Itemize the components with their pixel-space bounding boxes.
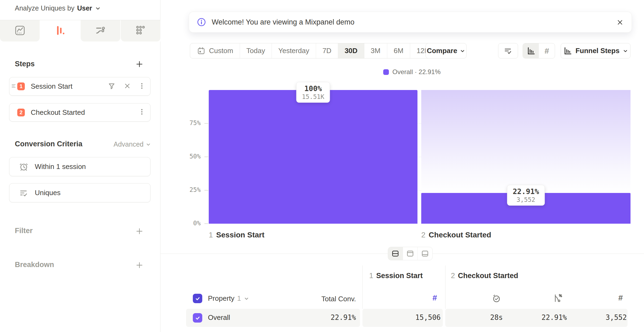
compare-label: Compare <box>427 47 457 55</box>
bar-chart-icon <box>526 46 536 56</box>
date-range-3m[interactable]: 3M <box>364 43 387 58</box>
date-range-label: 7D <box>323 47 331 55</box>
count-metric-icon[interactable]: # <box>616 293 625 302</box>
step-number-badge: 1 <box>17 82 25 90</box>
table-step-header-2: 2 Checkout Started <box>451 272 518 280</box>
bar-chart-toggle[interactable] <box>523 43 539 58</box>
conversion-window-card[interactable]: Within 1 session <box>9 157 150 176</box>
step-label[interactable]: Checkout Started <box>31 108 85 117</box>
tab-insights[interactable] <box>0 20 40 42</box>
legend-swatch <box>383 69 389 75</box>
avg-time-metric-icon[interactable] <box>491 293 502 303</box>
date-range-label: 30D <box>345 47 358 55</box>
analyze-by-control[interactable]: Analyze Uniques by User <box>15 4 101 12</box>
date-range-6m[interactable]: 6M <box>387 43 410 58</box>
conversion-rate-metric-icon[interactable] <box>553 293 563 303</box>
list-check-icon <box>503 46 513 56</box>
tab-funnels[interactable] <box>40 20 80 42</box>
date-range-today[interactable]: Today <box>240 43 272 58</box>
axis-tick <box>204 223 208 224</box>
row-avg-time: 28s <box>470 313 523 321</box>
calendar-icon <box>197 46 206 56</box>
chevron-down-icon <box>460 48 465 54</box>
step-card-2[interactable]: 2 Checkout Started <box>9 103 150 122</box>
advanced-label: Advanced <box>114 140 143 148</box>
layout-table-toggle[interactable] <box>417 247 432 260</box>
row-checkbox[interactable] <box>193 313 202 323</box>
layout-split-toggle[interactable] <box>388 247 403 260</box>
funnel-dropoff-gradient <box>421 90 631 193</box>
list-check-icon <box>19 188 29 198</box>
row-count: 3,552 <box>589 313 643 321</box>
filter-step-icon[interactable] <box>107 81 116 92</box>
sidebar: Analyze Uniques by User <box>0 0 160 332</box>
step-card-1[interactable]: 1 Session Start <box>9 77 150 96</box>
count-metric-icon[interactable]: # <box>430 293 440 302</box>
chevron-down-icon <box>95 5 101 11</box>
add-breakdown-button[interactable] <box>134 260 145 271</box>
chart-view-label: Funnel Steps <box>576 47 619 55</box>
remove-step-icon[interactable] <box>123 82 131 91</box>
row-step1-count: 15,506 <box>387 313 441 321</box>
chevron-down-icon <box>623 48 628 54</box>
demo-banner: Welcome! You are viewing a Mixpanel demo <box>189 12 632 33</box>
y-axis-label: 75% <box>174 119 201 126</box>
date-range-7d[interactable]: 7D <box>316 43 338 58</box>
chart-view-dropdown[interactable]: Funnel Steps <box>561 43 631 58</box>
report-type-tabs <box>0 20 160 42</box>
compare-button[interactable]: Compare <box>426 43 467 58</box>
date-range-label: Yesterday <box>278 47 309 55</box>
retention-dots-icon <box>135 25 146 37</box>
funnel-bars-icon <box>54 25 66 37</box>
steps-title: Steps <box>15 60 35 68</box>
step-number: 1 <box>369 272 373 280</box>
drag-handle-icon[interactable] <box>11 83 17 90</box>
step-number: 2 <box>451 272 455 280</box>
tooltip-count: 15.51K <box>302 93 324 100</box>
step-number: 1 <box>209 231 213 239</box>
x-axis-label-step-2: 2 Checkout Started <box>421 231 491 239</box>
y-axis-label: 25% <box>174 186 201 193</box>
step-menu-kebab-icon[interactable] <box>138 82 145 91</box>
counting-method-card[interactable]: Uniques <box>9 183 150 202</box>
close-icon[interactable] <box>615 18 625 27</box>
layout-chart-toggle[interactable] <box>403 247 417 260</box>
date-range-30d[interactable]: 30D <box>338 43 364 58</box>
axis-tick <box>204 190 208 191</box>
flows-icon <box>94 25 106 37</box>
funnel-bar-step-1[interactable] <box>209 90 417 224</box>
step-label[interactable]: Session Start <box>31 82 73 91</box>
table-column-divider <box>362 265 363 309</box>
property-label: Property <box>208 294 234 303</box>
metric-type-button[interactable] <box>498 43 518 58</box>
tab-retention[interactable] <box>121 20 160 42</box>
date-range-yesterday[interactable]: Yesterday <box>272 43 316 58</box>
advanced-dropdown[interactable]: Advanced <box>114 140 151 148</box>
analyze-by-value[interactable]: User <box>77 4 92 12</box>
step-name: Checkout Started <box>458 272 518 280</box>
alarm-clock-icon <box>19 162 29 172</box>
conversion-window-label[interactable]: Within 1 session <box>35 162 86 171</box>
property-column-header[interactable]: Property 1 <box>208 294 249 303</box>
tooltip-pct: 22.91% <box>513 187 539 196</box>
add-step-button[interactable] <box>134 59 145 70</box>
breakdown-section-title: Breakdown <box>15 261 54 269</box>
x-axis-label-step-1: 1 Session Start <box>209 231 265 239</box>
add-filter-button[interactable] <box>134 226 145 237</box>
tooltip-count: 3,552 <box>513 196 539 203</box>
axis-tick <box>204 123 208 124</box>
counting-method-label[interactable]: Uniques <box>35 189 60 197</box>
select-all-checkbox[interactable] <box>193 294 202 303</box>
date-range-label: Today <box>246 47 265 55</box>
step-menu-kebab-icon[interactable] <box>138 108 145 116</box>
date-range-picker: Custom Today Yesterday 7D 30D 3M 6M 12M <box>190 43 437 58</box>
number-toggle[interactable]: # <box>539 43 555 58</box>
insights-icon <box>14 25 26 37</box>
date-range-custom[interactable]: Custom <box>190 43 240 58</box>
tooltip-step-2: 22.91% 3,552 <box>507 185 545 206</box>
chart-legend[interactable]: Overall · 22.91% <box>383 68 441 76</box>
analyze-by-label: Analyze Uniques by <box>15 4 74 12</box>
row-total-conv: 22.91% <box>302 313 356 321</box>
axis-tick <box>204 157 208 157</box>
tab-flows[interactable] <box>81 20 120 42</box>
